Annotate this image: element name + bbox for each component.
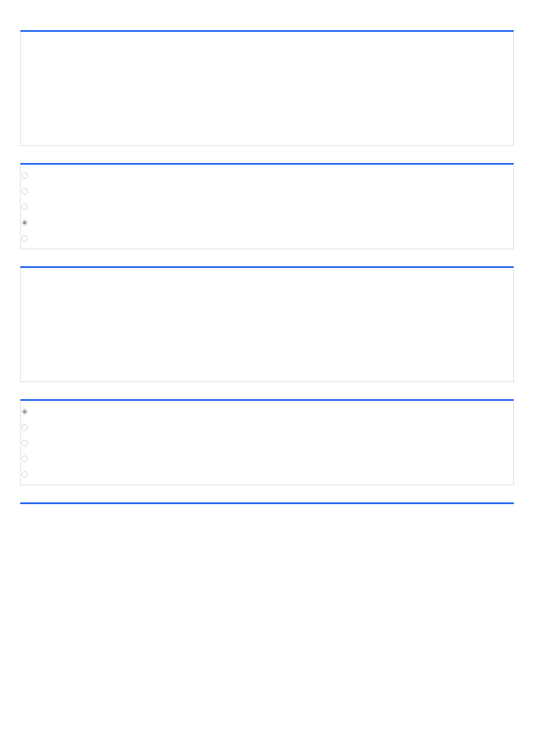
radio-row[interactable] <box>21 451 513 466</box>
radio-row[interactable] <box>21 199 513 215</box>
radio-icon[interactable] <box>22 471 28 478</box>
radio-icon[interactable] <box>22 456 28 462</box>
card-empty-2 <box>20 266 514 382</box>
radio-row[interactable] <box>21 419 513 435</box>
card-empty-1 <box>20 30 514 146</box>
radio-icon[interactable] <box>22 220 28 226</box>
radio-icon[interactable] <box>22 172 28 179</box>
card-radio-2 <box>20 399 514 485</box>
radio-row[interactable] <box>21 435 513 451</box>
radio-icon[interactable] <box>22 409 28 415</box>
radio-icon[interactable] <box>22 235 28 242</box>
radio-row[interactable] <box>21 230 513 246</box>
card-radio-1 <box>20 163 514 249</box>
card-rule-top <box>20 502 514 504</box>
radio-icon[interactable] <box>22 188 28 194</box>
radio-icon[interactable] <box>22 204 28 210</box>
radio-icon[interactable] <box>22 424 28 431</box>
radio-list-1 <box>21 165 513 249</box>
radio-list-2 <box>21 401 513 485</box>
radio-row[interactable] <box>21 466 513 482</box>
radio-row[interactable] <box>21 167 513 183</box>
radio-row[interactable] <box>21 215 513 230</box>
radio-row[interactable] <box>21 404 513 419</box>
radio-row[interactable] <box>21 183 513 199</box>
radio-icon[interactable] <box>22 440 28 446</box>
